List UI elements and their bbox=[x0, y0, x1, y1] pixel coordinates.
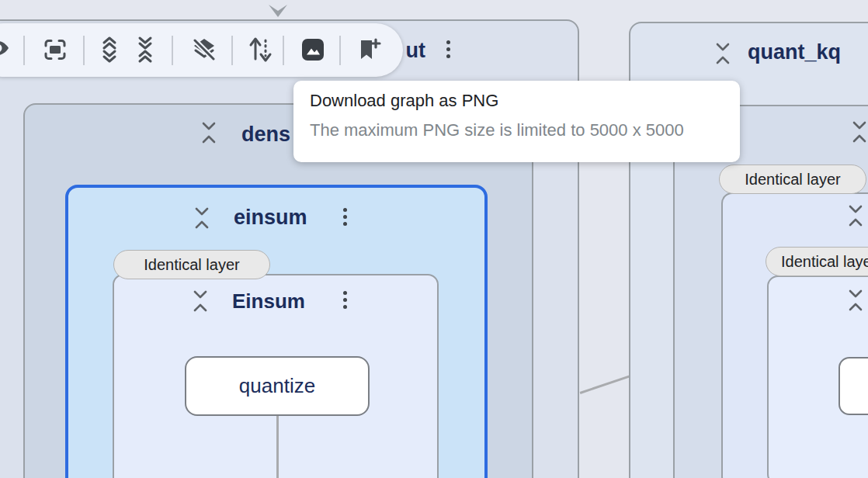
collapse-layer-icon[interactable] bbox=[847, 204, 864, 227]
identical-layer-badge: Identical layer bbox=[113, 250, 270, 279]
group-einsum-inner-title: Einsum bbox=[232, 289, 305, 313]
group-dense-title: dens bbox=[241, 123, 290, 147]
identical-layer-badge: Identical layer bbox=[719, 165, 866, 194]
toolbar-divider bbox=[23, 36, 25, 65]
tooltip-subtitle: The maximum PNG size is limited to 5000 … bbox=[310, 120, 740, 140]
add-bookmark-icon[interactable] bbox=[356, 36, 383, 63]
download-png-icon[interactable] bbox=[299, 36, 327, 64]
edge-arrowhead-icon bbox=[268, 4, 288, 18]
flatten-layers-icon[interactable] bbox=[190, 36, 218, 64]
toggle-visibility-icon[interactable] bbox=[0, 39, 11, 57]
collapse-layer-icon[interactable] bbox=[847, 289, 864, 312]
edge-from-quantize bbox=[276, 416, 279, 478]
toolbar-divider bbox=[231, 36, 233, 65]
collapse-layer-icon[interactable] bbox=[193, 206, 210, 230]
collapse-layer-icon[interactable] bbox=[714, 42, 731, 65]
collapse-all-layers-icon[interactable] bbox=[132, 36, 158, 63]
collapse-layer-icon[interactable] bbox=[851, 120, 868, 144]
graph-toolbar bbox=[0, 23, 403, 77]
collapse-layer-icon[interactable] bbox=[192, 289, 209, 313]
node-right-partial[interactable] bbox=[838, 357, 868, 415]
model-graph-canvas[interactable]: ut dens einsum Identical layer Einsum qu… bbox=[0, 0, 868, 478]
group-einsum-inner-menu-icon[interactable] bbox=[343, 291, 348, 309]
trace-up-down-icon[interactable] bbox=[247, 36, 273, 64]
tooltip-title: Download graph as PNG bbox=[310, 91, 740, 111]
toolbar-divider bbox=[283, 36, 284, 65]
edge-cross-group bbox=[580, 375, 631, 393]
identical-layer-badge: Identical layer bbox=[766, 247, 868, 276]
node-quantize-label: quantize bbox=[239, 374, 315, 398]
collapse-layer-icon[interactable] bbox=[200, 121, 217, 144]
group-quant-kq-title: quant_kq bbox=[748, 40, 841, 64]
toolbar-divider bbox=[172, 36, 173, 65]
group-einsum-menu-icon[interactable] bbox=[343, 208, 348, 226]
expand-all-layers-icon[interactable] bbox=[96, 36, 123, 63]
fit-to-screen-icon[interactable] bbox=[42, 36, 68, 63]
tooltip-download-png: Download graph as PNG The maximum PNG si… bbox=[293, 81, 740, 162]
node-quantize[interactable]: quantize bbox=[185, 356, 370, 416]
group-root-menu-icon[interactable] bbox=[446, 40, 451, 58]
group-einsum-title: einsum bbox=[234, 206, 307, 230]
toolbar-divider bbox=[83, 36, 85, 65]
toolbar-divider bbox=[339, 36, 341, 65]
